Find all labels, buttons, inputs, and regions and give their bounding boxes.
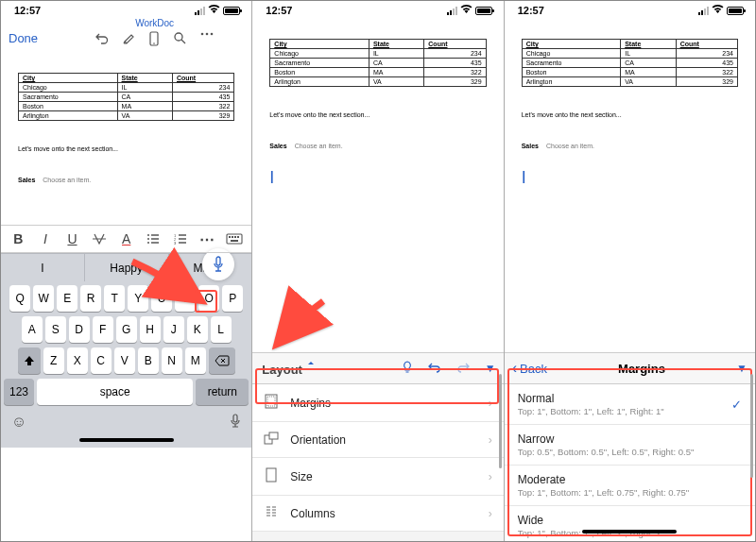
more-format-button[interactable]: ⋯ [196, 230, 219, 248]
pane-layout-menu: 12:57 CityStateCount ChicagoIL234 Sacram… [252, 1, 504, 541]
key[interactable]: A [22, 316, 43, 343]
svg-point-9 [147, 242, 149, 244]
chevron-right-icon: › [489, 470, 492, 483]
status-indicators [447, 5, 492, 16]
key[interactable]: Y [128, 285, 148, 312]
backspace-key[interactable] [209, 347, 235, 374]
bullets-button[interactable] [142, 233, 165, 245]
sales-row[interactable]: Sales Choose an item. [269, 143, 486, 149]
home-indicator[interactable] [79, 438, 174, 442]
pane-editor: 12:57 Done WorkDoc [1, 1, 252, 541]
annotation-highlight-3 [507, 384, 752, 536]
status-time: 12:57 [266, 5, 292, 16]
status-time: 12:57 [518, 5, 544, 16]
underline-button[interactable]: U [60, 231, 84, 246]
paragraph-text[interactable]: Let's move onto the next section... [269, 111, 486, 118]
bold-button[interactable]: B [7, 231, 30, 246]
italic-button[interactable]: I [34, 231, 58, 246]
sales-row[interactable]: Sales Choose an item. [522, 143, 738, 149]
key[interactable]: P [222, 285, 243, 312]
keyboard-toggle-button[interactable] [223, 233, 247, 245]
key[interactable]: K [187, 316, 208, 343]
suggestion-2[interactable]: Happy [85, 254, 169, 281]
sales-placeholder: Choose an item. [43, 177, 91, 183]
key[interactable]: L [211, 316, 232, 343]
key[interactable]: G [116, 316, 137, 343]
document-area[interactable]: CityStateCount ChicagoIL234 SacramentoCA… [252, 18, 503, 195]
space-key[interactable]: space [37, 379, 193, 405]
size-icon [264, 467, 279, 485]
svg-rect-6 [216, 257, 220, 265]
layout-menu: Margins › Orientation › Size › Columns › [252, 384, 503, 541]
svg-rect-14 [229, 236, 231, 238]
return-key[interactable]: return [196, 379, 249, 405]
key[interactable]: N [162, 347, 182, 374]
key[interactable]: T [104, 285, 125, 312]
key[interactable]: S [45, 316, 66, 343]
paragraph-text[interactable]: Let's move onto the next section... [522, 111, 738, 118]
menu-item-columns[interactable]: Columns › [252, 496, 503, 532]
scroll-indicator[interactable] [499, 374, 502, 468]
key[interactable]: B [138, 347, 159, 374]
scroll-indicator[interactable] [750, 374, 753, 478]
home-indicator[interactable] [582, 530, 677, 534]
key[interactable]: W [33, 285, 54, 312]
key[interactable]: R [80, 285, 101, 312]
data-table[interactable]: CityStateCount ChicagoIL234 SacramentoCA… [522, 39, 738, 87]
status-time: 12:57 [14, 5, 41, 16]
numbering-button[interactable]: 123 [169, 233, 193, 245]
menu-item-orientation[interactable]: Orientation › [252, 422, 503, 458]
menu-label: Size [290, 470, 476, 483]
text-cursor: I [269, 168, 486, 188]
shift-key[interactable] [18, 347, 41, 374]
key[interactable]: E [57, 285, 77, 312]
paragraph-text[interactable]: Let's move onto the next section... [18, 145, 234, 152]
sales-row[interactable]: Sales Choose an item. [18, 177, 234, 183]
pen-icon[interactable] [122, 31, 135, 46]
key[interactable]: Z [43, 347, 64, 374]
emoji-button[interactable]: ☺ [11, 414, 26, 432]
key[interactable]: M [185, 347, 206, 374]
font-color-button[interactable]: A [114, 231, 138, 246]
data-table[interactable]: City State Count ChicagoIL234 Sacramento… [18, 73, 234, 121]
dictate-key[interactable] [230, 414, 241, 432]
search-icon[interactable] [173, 31, 186, 46]
done-button[interactable]: Done [9, 18, 65, 45]
undo-icon[interactable] [95, 31, 109, 46]
key[interactable]: X [67, 347, 88, 374]
col-count[interactable]: Count [172, 74, 233, 83]
key[interactable]: J [163, 316, 184, 343]
table-row: ChicagoIL234 [19, 83, 234, 93]
svg-text:3: 3 [174, 241, 177, 245]
svg-rect-24 [266, 468, 276, 482]
columns-icon [264, 505, 279, 521]
suggestion-1[interactable]: I [1, 254, 85, 281]
col-state[interactable]: State [117, 74, 172, 83]
menu-item-size[interactable]: Size › [252, 458, 503, 496]
wifi-icon [712, 5, 724, 16]
col-city[interactable]: City [19, 74, 118, 83]
document-area[interactable]: City State Count ChicagoIL234 Sacramento… [1, 46, 251, 191]
svg-point-5 [210, 33, 213, 36]
key[interactable]: D [69, 316, 90, 343]
strike-button[interactable] [88, 232, 112, 246]
document-area[interactable]: CityStateCount ChicagoIL234 SacramentoCA… [505, 18, 755, 195]
phone-icon[interactable] [148, 31, 160, 46]
margins-menu: Normal Top: 1", Bottom: 1", Left: 1", Ri… [505, 384, 755, 541]
key[interactable]: V [114, 347, 135, 374]
key[interactable]: H [140, 316, 161, 343]
orientation-icon [264, 432, 279, 448]
wifi-icon [460, 5, 472, 16]
key[interactable]: F [93, 316, 113, 343]
key[interactable]: Q [9, 285, 30, 312]
key[interactable]: I [175, 285, 196, 312]
svg-rect-16 [234, 236, 236, 238]
table-header-row: City State Count [19, 74, 234, 83]
numeric-key[interactable]: 123 [4, 379, 34, 405]
key[interactable]: U [151, 285, 172, 312]
data-table[interactable]: CityStateCount ChicagoIL234 SacramentoCA… [269, 39, 486, 87]
table-row: ArlingtonVA329 [19, 111, 234, 121]
more-h-icon[interactable] [199, 31, 215, 46]
doc-title[interactable]: WorkDoc [65, 18, 244, 28]
key[interactable]: C [91, 347, 112, 374]
